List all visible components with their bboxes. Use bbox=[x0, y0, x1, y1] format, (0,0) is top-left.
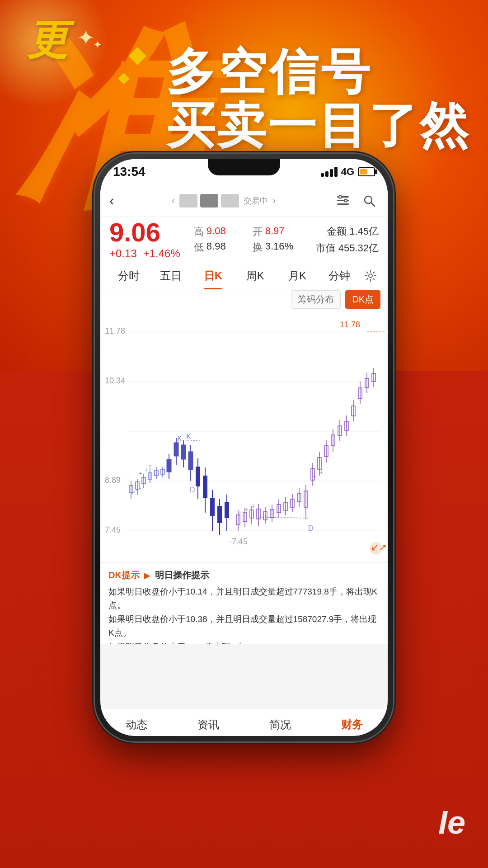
nav-left-arrow[interactable]: ‹ bbox=[172, 195, 175, 207]
tab-zhouk[interactable]: 周K bbox=[234, 262, 276, 289]
svg-text:↙↗: ↙↗ bbox=[371, 542, 387, 553]
battery-icon bbox=[358, 167, 375, 176]
svg-rect-43 bbox=[174, 443, 178, 456]
svg-text:11.78: 11.78 bbox=[340, 320, 360, 329]
phone-screen: 13:54 4G ‹ ‹ bbox=[100, 159, 388, 736]
status-icons: 4G bbox=[321, 166, 375, 178]
price-change: +0.13 +1.46% bbox=[109, 247, 180, 260]
svg-rect-55 bbox=[217, 506, 222, 523]
low-price: 低 8.98 bbox=[194, 241, 253, 254]
svg-text:D: D bbox=[190, 486, 195, 494]
svg-rect-8 bbox=[100, 309, 388, 562]
tab-rik[interactable]: 日K bbox=[192, 262, 234, 289]
tab-zixun[interactable]: 资讯 bbox=[172, 709, 244, 736]
nav-center: ‹ 交易中 › bbox=[172, 194, 276, 208]
tab-fenzhong[interactable]: 分钟 bbox=[319, 262, 361, 289]
phone-outer: 13:54 4G ‹ ‹ bbox=[95, 154, 393, 741]
high-val: 9.08 bbox=[206, 225, 226, 239]
price-value: 9.06 bbox=[109, 219, 180, 245]
hero-line1: 多空信号 bbox=[166, 45, 470, 99]
svg-text:D: D bbox=[308, 524, 314, 532]
svg-rect-47 bbox=[188, 452, 193, 470]
svg-text:+: + bbox=[245, 506, 249, 513]
dk-line1: 如果明日收盘价小于10.14，并且明日成交量超过777319.8手，将 bbox=[108, 587, 355, 596]
tab-fenshi[interactable]: 分时 bbox=[108, 262, 150, 289]
status-time: 13:54 bbox=[113, 165, 145, 179]
tab-wuri[interactable]: 五日 bbox=[150, 262, 192, 289]
svg-text:K: K bbox=[177, 435, 182, 443]
ie-logo: Ie bbox=[438, 804, 465, 841]
price-right: 金额 1.45亿 市值 455.32亿 bbox=[316, 223, 379, 257]
signal-icon bbox=[321, 167, 338, 177]
dk-line3: 如果明日收盘价小于10.38，并且明日成交量超过1587027.9手， bbox=[108, 614, 351, 624]
nav-right-arrow[interactable]: › bbox=[272, 195, 276, 207]
open-val: 8.97 bbox=[265, 225, 285, 239]
back-button[interactable]: ‹ bbox=[109, 192, 114, 209]
svg-text:-7.45: -7.45 bbox=[229, 537, 248, 546]
stock-name-block-2 bbox=[200, 194, 218, 208]
dk-button[interactable]: DK点 bbox=[345, 290, 380, 309]
open-label: 开 bbox=[253, 225, 263, 239]
search-icon[interactable] bbox=[360, 191, 379, 210]
svg-rect-57 bbox=[225, 502, 229, 518]
nav-right-icons bbox=[333, 191, 379, 210]
svg-rect-49 bbox=[196, 467, 200, 486]
mktcap-val: 455.32亿 bbox=[338, 242, 379, 254]
open-price: 开 8.97 bbox=[253, 225, 311, 239]
tab-caiwu[interactable]: 财务 bbox=[316, 709, 388, 736]
tab-yuek[interactable]: 月K bbox=[276, 262, 318, 289]
trading-status: 交易中 bbox=[244, 195, 268, 206]
dk-line5: 如果明日收盘价小于10.1 将出现K点。 bbox=[108, 642, 253, 644]
chart-area: 11.78 10.34 8.89 7.45 11.78 bbox=[100, 309, 388, 562]
price-change-pct: +1.46% bbox=[143, 247, 180, 260]
mktcap-label: 市值 bbox=[316, 242, 336, 254]
phone-mockup: 13:54 4G ‹ ‹ bbox=[95, 154, 393, 741]
svg-text:8.89: 8.89 bbox=[105, 476, 121, 485]
chart-settings-gear[interactable] bbox=[361, 266, 380, 286]
svg-text:+: + bbox=[252, 502, 255, 509]
mktcap-item: 市值 455.32亿 bbox=[316, 240, 379, 256]
dk-hint-section: DK提示 ▶ 明日操作提示 如果明日收盘价小于10.14，并且明日成交量超过77… bbox=[100, 562, 388, 644]
svg-text:10.34: 10.34 bbox=[105, 376, 125, 385]
high-label: 高 bbox=[194, 225, 204, 239]
amount-label: 金额 bbox=[327, 226, 347, 237]
tab-jiankuang[interactable]: 简况 bbox=[244, 709, 316, 736]
tab-dongtai[interactable]: 动态 bbox=[100, 709, 172, 736]
top-char: 更 bbox=[27, 13, 68, 68]
svg-rect-53 bbox=[210, 498, 215, 516]
price-change-abs: +0.13 bbox=[109, 247, 137, 260]
chart-toolbar: 筹码分布 DK点 bbox=[100, 289, 388, 309]
svg-rect-51 bbox=[203, 476, 207, 498]
amount-item: 金额 1.45亿 bbox=[316, 223, 379, 240]
dk-label: DK提示 bbox=[108, 569, 140, 581]
dk-arrow-icon: ▶ bbox=[144, 571, 150, 580]
svg-text:11.78: 11.78 bbox=[105, 326, 125, 335]
chipmap-button[interactable]: 筹码分布 bbox=[291, 290, 341, 309]
svg-point-3 bbox=[339, 195, 342, 198]
phone-notch bbox=[208, 159, 280, 175]
sparkle-icon bbox=[77, 25, 104, 52]
hero-line2: 买卖一目了然 bbox=[166, 99, 470, 153]
svg-rect-2 bbox=[337, 203, 349, 205]
dk-title: 明日操作提示 bbox=[155, 569, 209, 581]
stock-name-block-3 bbox=[221, 194, 239, 208]
turnover-val: 3.16% bbox=[265, 241, 293, 254]
nav-bar: ‹ ‹ 交易中 › bbox=[100, 184, 388, 217]
network-label: 4G bbox=[341, 166, 354, 178]
k-chart: 11.78 10.34 8.89 7.45 11.78 bbox=[100, 309, 388, 562]
low-label: 低 bbox=[194, 241, 204, 254]
battery-fill bbox=[360, 169, 367, 175]
high-price: 高 9.08 bbox=[194, 225, 253, 239]
svg-point-7 bbox=[369, 274, 372, 278]
svg-text:7.45: 7.45 bbox=[105, 525, 121, 534]
svg-point-4 bbox=[344, 199, 347, 202]
dk-hint-title: DK提示 ▶ 明日操作提示 bbox=[108, 569, 380, 581]
svg-line-6 bbox=[371, 203, 375, 206]
hero-text: 多空信号 买卖一目了然 bbox=[166, 45, 470, 153]
price-section: 9.06 +0.13 +1.46% 高 9.08 开 8.97 bbox=[100, 217, 388, 262]
svg-text:+: + bbox=[139, 470, 142, 477]
stock-name-block-1 bbox=[179, 194, 197, 208]
chart-settings-icon[interactable] bbox=[333, 191, 352, 210]
svg-rect-38 bbox=[167, 459, 171, 472]
price-details: 高 9.08 开 8.97 低 8.98 换 3.16% bbox=[194, 225, 311, 254]
